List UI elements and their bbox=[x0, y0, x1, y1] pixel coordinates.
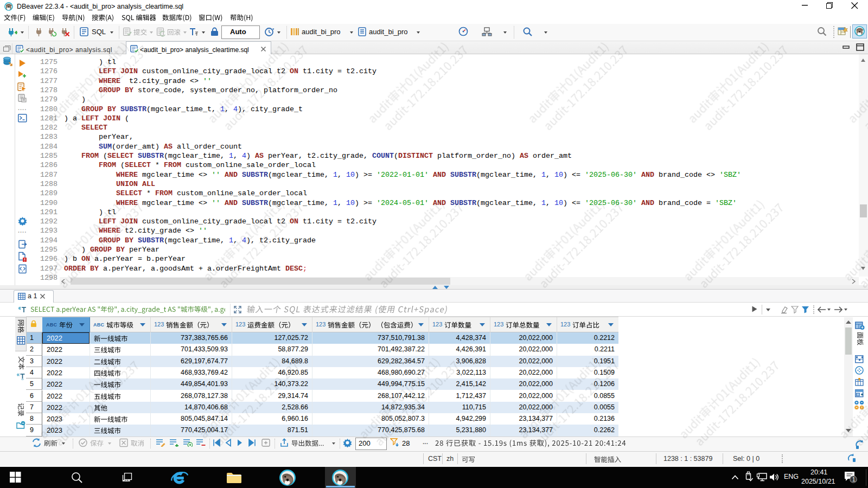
svg-text:1: 1 bbox=[852, 476, 856, 483]
